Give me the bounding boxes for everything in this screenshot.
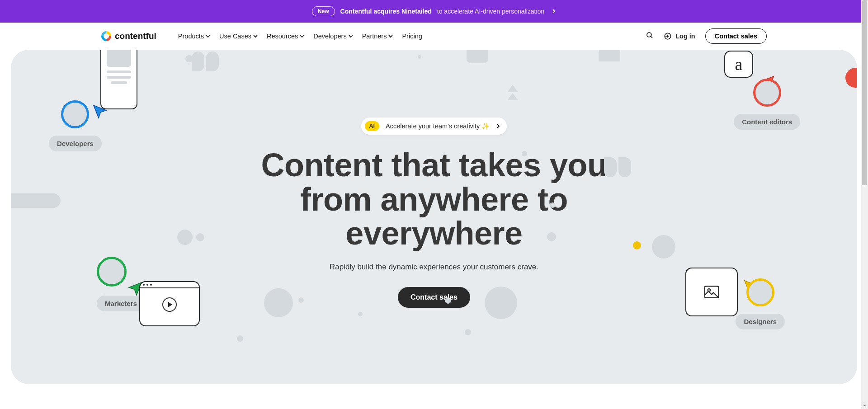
scrollbar-thumb[interactable] — [862, 0, 867, 185]
decor-tab — [599, 50, 620, 61]
nav-item-partners[interactable]: Partners — [362, 33, 393, 40]
hero-subhead: Rapidly build the dynamic experiences yo… — [330, 263, 538, 272]
avatar — [753, 79, 781, 107]
persona-designers: Designers — [736, 278, 785, 329]
brand-name: contentful — [115, 31, 156, 41]
decor-dot — [418, 55, 421, 59]
banner-pill: New — [312, 6, 335, 16]
decor-quotes — [604, 157, 631, 177]
nav-item-pricing[interactable]: Pricing — [402, 33, 422, 40]
illustration-letterbox: a — [724, 51, 753, 78]
illustration-phone — [100, 50, 137, 109]
decor-tab — [467, 50, 488, 63]
help-fab[interactable] — [845, 68, 857, 88]
nav-item-developers[interactable]: Developers — [313, 33, 353, 40]
nav-item-use-cases[interactable]: Use Cases — [219, 33, 258, 40]
decor-dot — [177, 230, 193, 245]
decor-dot — [485, 287, 517, 319]
login-icon — [664, 32, 672, 40]
image-icon — [704, 286, 719, 298]
decor-dot — [237, 335, 243, 342]
hero-headline: Content that takes you from anywhere to … — [231, 148, 637, 251]
login-label: Log in — [675, 33, 695, 40]
decor-dot — [547, 232, 556, 241]
persona-label: Marketers — [97, 296, 145, 311]
chevron-down-icon — [206, 34, 210, 38]
nav-item-resources[interactable]: Resources — [267, 33, 304, 40]
decor-dot — [652, 235, 675, 259]
nav-label: Resources — [267, 33, 298, 40]
persona-label: Developers — [49, 136, 102, 151]
announcement-banner[interactable]: New Contentful acquires Ninetailed to ac… — [0, 0, 868, 23]
chevron-right-icon — [496, 124, 500, 128]
avatar — [97, 257, 127, 287]
nav-item-products[interactable]: Products — [178, 33, 210, 40]
chevron-down-icon — [388, 34, 393, 38]
decor-triangles — [507, 85, 518, 100]
ai-announcement-pill[interactable]: AI Accelerate your team's creativity ✨ — [361, 118, 507, 135]
nav-label: Partners — [362, 33, 387, 40]
ai-text: Accelerate your team's creativity ✨ — [386, 122, 490, 130]
login-link[interactable]: Log in — [664, 32, 695, 40]
main-nav: contentful Products Use Cases Resources … — [80, 23, 788, 50]
decor-dot — [550, 202, 555, 208]
hero-section: AI Accelerate your team's creativity ✨ C… — [11, 50, 857, 384]
decor-dot — [445, 297, 451, 304]
contact-sales-nav-button[interactable]: Contact sales — [705, 28, 767, 44]
nav-label: Pricing — [402, 33, 422, 40]
banner-headline: Contentful acquires Ninetailed — [340, 8, 432, 15]
illustration-image-card — [685, 268, 738, 316]
decor-dot — [358, 312, 363, 316]
contact-sales-hero-button[interactable]: Contact sales — [398, 287, 470, 308]
decor-dot — [264, 288, 293, 317]
svg-point-0 — [647, 33, 651, 37]
chevron-down-icon — [349, 34, 353, 38]
persona-content-editors: Content editors — [734, 79, 800, 130]
chevron-right-icon — [552, 8, 556, 15]
banner-subtext: to accelerate AI-driven personalization — [437, 8, 544, 15]
play-icon — [162, 297, 177, 312]
decor-dot — [522, 151, 527, 156]
decor-halfpill — [11, 193, 61, 208]
decor-dot — [298, 297, 304, 303]
persona-label: Content editors — [734, 114, 800, 130]
chevron-down-icon — [300, 34, 304, 38]
brand-logo[interactable]: contentful — [101, 31, 156, 41]
nav-label: Use Cases — [219, 33, 251, 40]
logo-mark-icon — [101, 31, 111, 41]
letter-char: a — [735, 54, 743, 74]
decor-quotes — [192, 52, 219, 71]
nav-label: Developers — [313, 33, 346, 40]
ai-badge: AI — [365, 121, 380, 131]
persona-label: Designers — [736, 314, 785, 329]
search-icon[interactable] — [646, 31, 654, 41]
decor-dot-accent — [633, 241, 641, 249]
decor-dot — [465, 329, 471, 335]
illustration-video-window — [139, 281, 200, 326]
nav-menu: Products Use Cases Resources Developers … — [178, 33, 422, 40]
nav-label: Products — [178, 33, 204, 40]
scrollbar[interactable] — [861, 0, 868, 384]
avatar — [61, 100, 89, 128]
avatar — [746, 278, 774, 306]
chevron-down-icon — [253, 34, 258, 38]
persona-developers: Developers — [49, 100, 102, 151]
decor-dot — [196, 233, 204, 241]
